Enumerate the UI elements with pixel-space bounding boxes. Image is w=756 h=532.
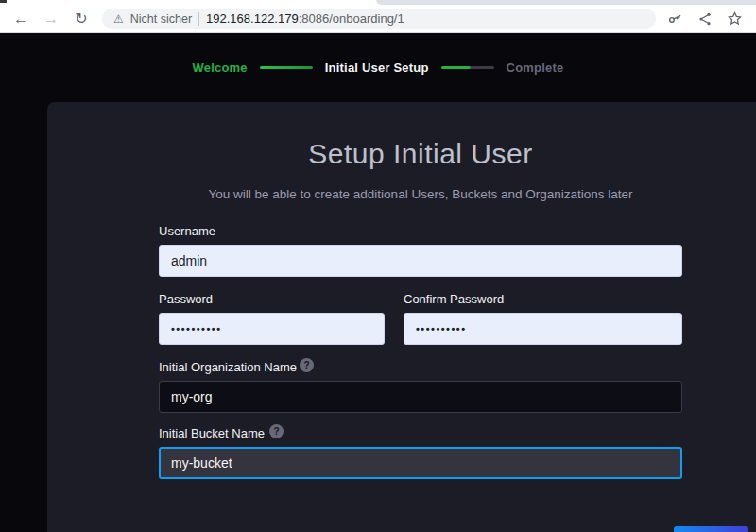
onboarding-stepper: Welcome Initial User Setup Complete xyxy=(0,33,756,102)
bucket-name-input[interactable] xyxy=(159,447,682,479)
step-initial-user-setup[interactable]: Initial User Setup xyxy=(325,60,429,75)
confirm-password-label: Confirm Password xyxy=(404,292,504,306)
password-input[interactable] xyxy=(159,313,385,345)
not-secure-warning-icon[interactable]: ⚠ xyxy=(113,13,124,25)
bookmark-star-icon[interactable] xyxy=(727,10,743,26)
page-subtitle: You will be able to create additional Us… xyxy=(140,187,701,201)
url-host: 192.168.122.179 xyxy=(206,11,299,26)
step-complete[interactable]: Complete xyxy=(507,60,564,75)
username-label: Username xyxy=(159,224,215,238)
confirm-password-input[interactable] xyxy=(404,313,682,345)
back-button[interactable]: ← xyxy=(9,8,32,30)
org-help-icon[interactable]: ? xyxy=(300,358,314,372)
share-icon[interactable] xyxy=(697,11,713,26)
password-key-icon[interactable] xyxy=(667,10,683,26)
page-title: Setup Initial User xyxy=(159,138,682,170)
security-status-label[interactable]: Nicht sicher xyxy=(130,12,192,26)
omnibox-divider xyxy=(198,12,199,26)
reload-button[interactable]: ↻ xyxy=(70,8,93,30)
url-text[interactable]: 192.168.122.179:8086/onboarding/1 xyxy=(206,11,404,26)
step-welcome[interactable]: Welcome xyxy=(193,60,248,75)
address-bar[interactable]: ⚠ Nicht sicher 192.168.122.179:8086/onbo… xyxy=(102,9,656,29)
window-corner xyxy=(0,0,7,3)
username-input[interactable] xyxy=(159,245,682,277)
org-name-input[interactable] xyxy=(159,381,682,413)
forward-button[interactable]: → xyxy=(40,8,62,30)
bucket-name-label: Initial Bucket Name xyxy=(159,426,265,440)
step-connector-1 xyxy=(260,66,313,69)
password-label: Password xyxy=(159,292,213,306)
url-path: :8086/onboarding/1 xyxy=(299,11,404,26)
toolbar-action-icons xyxy=(667,10,747,26)
continue-button[interactable] xyxy=(674,526,748,532)
org-name-label: Initial Organization Name xyxy=(159,360,297,374)
browser-toolbar: ← → ↻ ⚠ Nicht sicher 192.168.122.179:808… xyxy=(0,5,756,33)
bucket-help-icon[interactable]: ? xyxy=(269,424,284,438)
step-connector-2 xyxy=(441,66,494,69)
